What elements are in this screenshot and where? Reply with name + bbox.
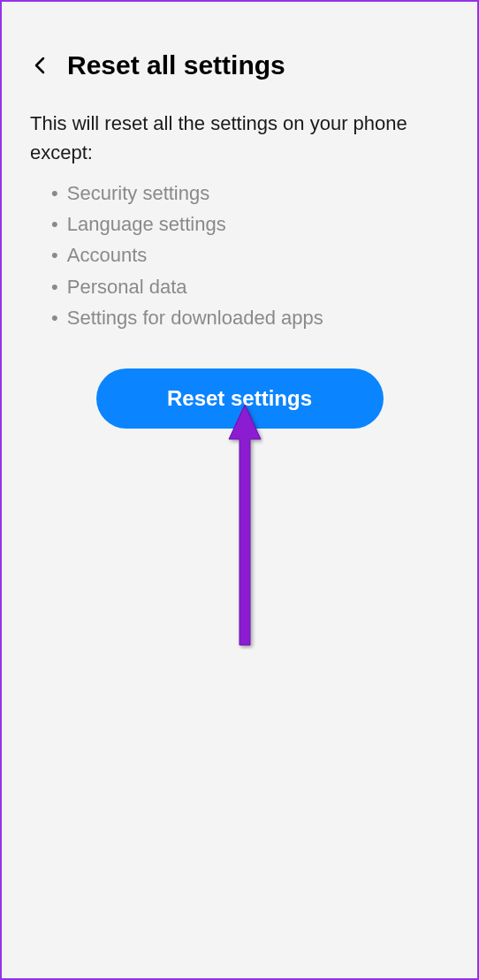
exceptions-list: Security settings Language settings Acco… — [2, 174, 477, 351]
back-icon[interactable] — [30, 55, 51, 76]
header: Reset all settings — [2, 2, 477, 98]
reset-settings-button[interactable]: Reset settings — [96, 368, 384, 429]
list-item: Settings for downloaded apps — [51, 302, 449, 333]
page-title: Reset all settings — [67, 50, 285, 80]
list-item: Security settings — [51, 178, 449, 209]
list-item: Personal data — [51, 271, 449, 302]
list-item: Language settings — [51, 209, 449, 239]
list-item: Accounts — [51, 239, 449, 270]
button-container: Reset settings — [2, 351, 477, 446]
description-text: This will reset all the settings on your… — [2, 98, 477, 174]
